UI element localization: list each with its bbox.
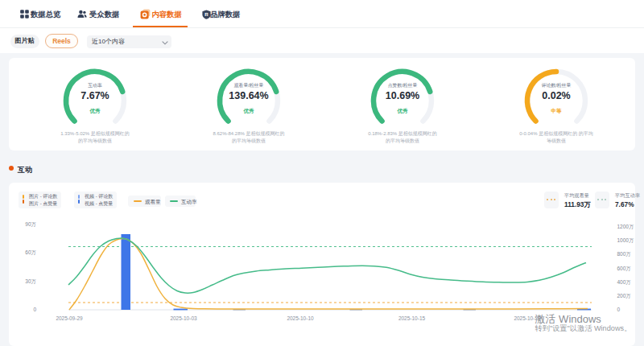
svg-text:R: R: [204, 11, 208, 17]
svg-text:1200万: 1200万: [617, 224, 634, 229]
svg-text:0: 0: [33, 307, 36, 312]
svg-text:400万: 400万: [617, 279, 632, 285]
svg-text:2025-10-03: 2025-10-03: [170, 315, 197, 321]
svg-text:60万: 60万: [25, 249, 36, 255]
svg-text:800万: 800万: [617, 251, 632, 257]
svg-text:1000万: 1000万: [617, 237, 634, 243]
svg-text:2025-10-10: 2025-10-10: [287, 315, 314, 321]
svg-text:0: 0: [617, 307, 621, 312]
svg-text:90万: 90万: [25, 221, 36, 227]
svg-text:2025-09-29: 2025-09-29: [56, 315, 83, 321]
svg-text:2025-10-15: 2025-10-15: [398, 315, 426, 321]
svg-text:200万: 200万: [617, 293, 632, 299]
svg-text:600万: 600万: [617, 266, 632, 271]
svg-text:30万: 30万: [25, 278, 36, 284]
